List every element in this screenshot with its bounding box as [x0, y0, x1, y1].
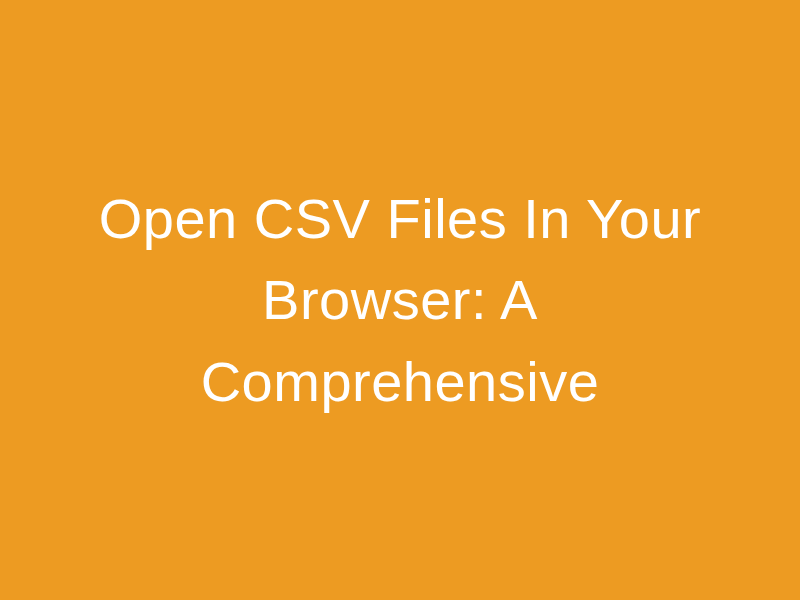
page-title: Open CSV Files In Your Browser: A Compre…	[0, 178, 800, 422]
